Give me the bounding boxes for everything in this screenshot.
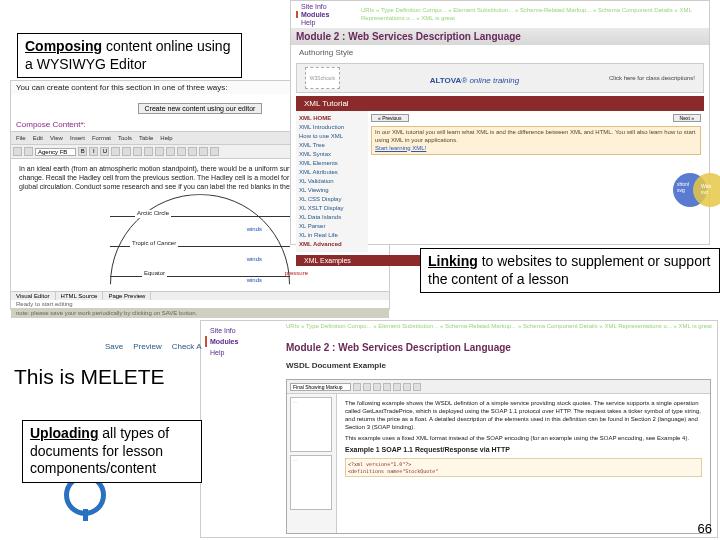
outdent-icon[interactable]: [166, 147, 175, 156]
menu-table[interactable]: Table: [136, 134, 156, 142]
menu-help[interactable]: Help: [157, 134, 175, 142]
comment-icon[interactable]: [403, 383, 411, 391]
align-right-icon[interactable]: [133, 147, 142, 156]
highlight-icon[interactable]: [413, 383, 421, 391]
next-change-icon[interactable]: [373, 383, 381, 391]
menu-view[interactable]: View: [47, 134, 66, 142]
tutorial-note: In our XML tutorial you will learn what …: [371, 126, 701, 155]
upload-tab-help[interactable]: Help: [205, 347, 238, 358]
link-auth-style: Authoring Style: [291, 45, 709, 60]
link-breadcrumb[interactable]: URIs » Type Definition Compo... » Elemen…: [361, 7, 704, 23]
show-markup-icon[interactable]: [353, 383, 361, 391]
side-xml-data[interactable]: XL Data Islands: [299, 213, 365, 222]
tab-help[interactable]: Help: [296, 19, 361, 26]
undo-icon[interactable]: [13, 147, 22, 156]
side-xml-how[interactable]: How to use XML: [299, 132, 365, 141]
font-select[interactable]: Agency FB: [35, 148, 76, 156]
reject-icon[interactable]: [393, 383, 401, 391]
screenshot-linking-website: Site Info Modules Help URIs » Type Defin…: [290, 0, 710, 245]
label-pressure: pressure: [285, 270, 308, 278]
underline-icon[interactable]: U: [100, 147, 109, 156]
side-xml-css[interactable]: XL CSS Display: [299, 195, 365, 204]
link-lower-pane: XML HOME XML Introduction How to use XML…: [296, 111, 704, 252]
doc-example-title: Example 1 SOAP 1.1 Request/Response via …: [345, 445, 702, 454]
align-left-icon[interactable]: [111, 147, 120, 156]
upload-site-tabs: Site Info Modules Help: [205, 325, 238, 359]
doc-body: … … The following example shows the WSDL…: [287, 394, 710, 533]
altova-logo: ALTOVA® online training: [430, 76, 520, 85]
prev-next-nav: « Previous Next »: [371, 114, 701, 122]
label-winds-2: winds: [247, 256, 262, 264]
tab-html[interactable]: HTML Source: [56, 292, 104, 300]
image-icon[interactable]: [199, 147, 208, 156]
upload-tab-modules[interactable]: Modules: [205, 336, 238, 347]
side-xml-elements[interactable]: XML Elements: [299, 159, 365, 168]
number-list-icon[interactable]: [155, 147, 164, 156]
hadley-cell-diagram: Arctic Circle Tropic of Cancer Equator w…: [100, 196, 300, 286]
side-xml-intro[interactable]: XML Introduction: [299, 123, 365, 132]
action-preview[interactable]: Preview: [133, 342, 161, 351]
altova-banner[interactable]: W3Schools ALTOVA® online training Click …: [296, 63, 704, 93]
upload-breadcrumb[interactable]: URIs » Type Definition Compo... » Elemen…: [286, 323, 712, 331]
start-learning-link[interactable]: Start learning XML!: [375, 145, 426, 151]
align-center-icon[interactable]: [122, 147, 131, 156]
menu-insert[interactable]: Insert: [67, 134, 88, 142]
link-module-title: Module 2 : Web Services Description Lang…: [291, 28, 709, 45]
create-content-button[interactable]: Create new content using our editor: [138, 103, 263, 114]
doc-para-1: The following example shows the WSDL def…: [345, 399, 702, 431]
upload-tab-site-info[interactable]: Site Info: [205, 325, 238, 336]
doc-code-block: <?xml version="1.0"?> <definitions name=…: [345, 458, 702, 478]
menu-tools[interactable]: Tools: [115, 134, 135, 142]
page-thumb-2[interactable]: …: [290, 455, 332, 510]
page-thumb-1[interactable]: …: [290, 397, 332, 452]
code-line-1: <?xml version="1.0"?>: [348, 461, 699, 468]
side-xml-view[interactable]: XL Viewing: [299, 186, 365, 195]
side-xml-tree[interactable]: XML Tree: [299, 141, 365, 150]
venn-label-2: Websvc: [701, 183, 711, 195]
side-xml-parser[interactable]: XL Parser: [299, 222, 365, 231]
callout-uploading-bold: Uploading: [30, 425, 98, 441]
bold-icon[interactable]: B: [78, 147, 87, 156]
next-button[interactable]: Next »: [673, 114, 701, 122]
link-main-content: « Previous Next » In our XML tutorial yo…: [368, 111, 704, 252]
doc-thumbnails-pane: … …: [287, 394, 337, 533]
review-view-select[interactable]: Final Showing Markup: [290, 383, 351, 391]
tab-modules[interactable]: Modules: [296, 11, 361, 18]
callout-uploading: Uploading all types of documents for les…: [22, 420, 202, 483]
upload-module-title: Module 2 : Web Services Description Lang…: [286, 342, 511, 353]
menu-file[interactable]: File: [13, 134, 29, 142]
side-xml-valid[interactable]: XL Validation: [299, 177, 365, 186]
prev-change-icon[interactable]: [363, 383, 371, 391]
table-icon[interactable]: [210, 147, 219, 156]
tab-visual[interactable]: Visual Editor: [11, 292, 56, 300]
tab-site-info[interactable]: Site Info: [296, 3, 361, 10]
action-check[interactable]: Check A: [172, 342, 202, 351]
indent-icon[interactable]: [177, 147, 186, 156]
tab-preview[interactable]: Page Preview: [103, 292, 151, 300]
menu-format[interactable]: Format: [89, 134, 114, 142]
side-xml-home[interactable]: XML HOME: [299, 114, 365, 123]
doc-page-content[interactable]: The following example shows the WSDL def…: [337, 394, 710, 533]
action-save[interactable]: Save: [105, 342, 123, 351]
label-equator: Equator: [142, 270, 167, 278]
bullet-list-icon[interactable]: [144, 147, 153, 156]
callout-linking-bold: Linking: [428, 253, 478, 269]
redo-icon[interactable]: [24, 147, 33, 156]
prev-button[interactable]: « Previous: [371, 114, 409, 122]
upload-doc-title: WSDL Document Example: [286, 361, 386, 370]
menu-edit[interactable]: Edit: [30, 134, 46, 142]
accept-icon[interactable]: [383, 383, 391, 391]
link-icon[interactable]: [188, 147, 197, 156]
link-header: Site Info Modules Help URIs » Type Defin…: [291, 1, 709, 28]
side-xml-attr[interactable]: XML Attributes: [299, 168, 365, 177]
class-desc-link[interactable]: Click here for class descriptions!: [609, 75, 695, 81]
editor-save-note: note: please save your work periodically…: [11, 308, 389, 318]
side-xml-real[interactable]: XL in Real Life: [299, 231, 365, 240]
screenshot-upload-document: Site Info Modules Help URIs » Type Defin…: [200, 320, 718, 538]
side-xml-syntax[interactable]: XML Syntax: [299, 150, 365, 159]
side-xml-adv: XML Advanced: [299, 240, 365, 249]
doc-para-2: This example uses a fixed XML format ins…: [345, 434, 702, 442]
side-xml-xslt[interactable]: XL XSLT Display: [299, 204, 365, 213]
italic-icon[interactable]: I: [89, 147, 98, 156]
equator-line: [110, 276, 290, 277]
